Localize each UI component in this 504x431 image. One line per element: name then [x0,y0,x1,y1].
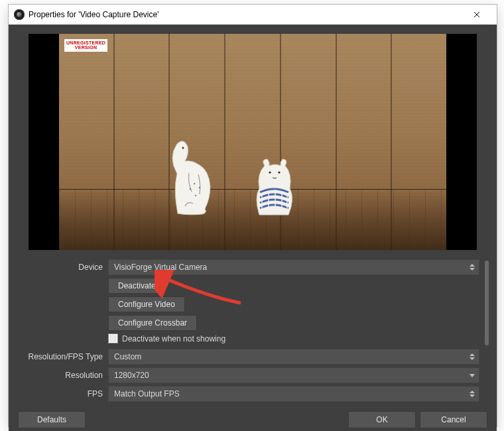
deactivate-when-not-showing-checkbox[interactable] [108,334,118,343]
device-select[interactable]: VisioForge Virtual Camera [108,259,479,275]
ok-button[interactable]: OK [348,411,416,428]
resfps-type-value: Custom [114,352,141,361]
preview-container: UNREGISTERED VERSION [9,25,497,258]
footer: Defaults OK Cancel [9,404,497,431]
configure-video-button[interactable]: Configure Video [108,296,185,312]
resfps-type-select[interactable]: Custom [108,349,479,365]
figurine-bear [247,154,300,217]
fps-label: FPS [23,389,103,399]
unregistered-watermark: UNREGISTERED VERSION [64,39,107,52]
svg-point-5 [269,171,271,173]
defaults-button[interactable]: Defaults [18,411,86,428]
resfps-type-label: Resolution/FPS Type [23,352,103,361]
video-preview: UNREGISTERED VERSION [29,34,477,250]
close-icon [473,11,480,18]
scroll-thumb[interactable] [485,261,489,345]
svg-point-6 [278,171,280,173]
svg-point-2 [190,188,192,190]
deactivate-button[interactable]: Deactivate [108,278,166,294]
device-label: Device [23,263,103,272]
spin-icon [466,349,479,364]
resolution-value: 1280x720 [114,371,149,380]
properties-dialog: Properties for 'Video Capture Device' UN… [8,4,497,427]
spin-icon [466,260,479,275]
device-value: VisioForge Virtual Camera [114,263,207,272]
svg-point-4 [195,195,197,197]
window-title: Properties for 'Video Capture Device' [29,10,158,19]
configure-crossbar-button[interactable]: Configure Crossbar [108,315,197,331]
svg-point-3 [199,187,201,189]
cancel-button[interactable]: Cancel [420,411,487,428]
svg-point-1 [194,183,196,185]
titlebar: Properties for 'Video Capture Device' [9,5,497,25]
resolution-label: Resolution [23,371,103,380]
form-scrollbar[interactable] [483,261,490,402]
figurine-dino [161,137,224,217]
deactivate-when-not-showing-label: Deactivate when not showing [122,334,225,343]
spin-icon [466,387,479,401]
client-area: UNREGISTERED VERSION [9,25,497,431]
fps-value: Match Output FPS [114,389,180,399]
obs-app-icon [14,9,25,20]
svg-point-0 [182,147,184,149]
form-area: Device VisioForge Virtual Camera Deactiv… [9,258,497,404]
fps-select[interactable]: Match Output FPS [108,386,479,402]
close-button[interactable] [462,5,491,25]
resolution-select[interactable]: 1280x720 [108,367,479,383]
chevron-down-icon [466,368,479,383]
